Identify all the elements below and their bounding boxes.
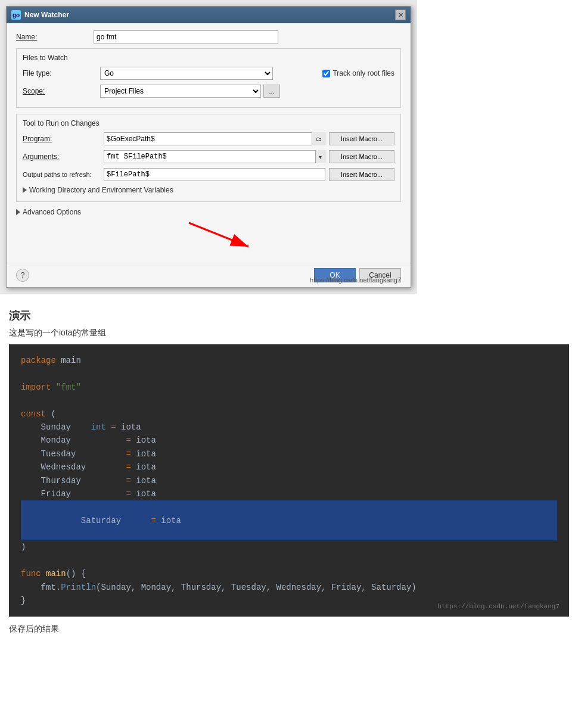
code-line-import: import "fmt" <box>21 381 557 394</box>
red-arrow <box>183 220 272 256</box>
insert-macro-1-button[interactable]: Insert Macro... <box>329 132 394 145</box>
dialog-app-icon: go <box>11 10 21 20</box>
dialog-body: Name: Files to Watch File type: Go <box>7 23 411 263</box>
dialog-footer: ? OK Cancel https://blog.csdn.net/fangka… <box>7 263 411 287</box>
code-line-close-paren: ) <box>21 540 557 553</box>
working-dir-triangle <box>23 187 27 193</box>
advanced-options-collapsible[interactable]: Advanced Options <box>16 208 401 216</box>
file-type-select-area: Go <box>100 67 316 80</box>
output-paths-input[interactable] <box>104 169 325 181</box>
code-line-monday: Monday = iota <box>21 434 557 447</box>
name-label: Name: <box>16 33 94 41</box>
insert-macro-2-button[interactable]: Insert Macro... <box>329 150 394 163</box>
files-to-watch-section: Files to Watch File type: Go Track only … <box>16 48 401 108</box>
code-line-wednesday: Wednesday = iota <box>21 461 557 474</box>
advanced-label: Advanced Options <box>23 208 81 216</box>
description-text: 这是写的一个iota的常量组 <box>9 328 569 338</box>
file-type-label: File type: <box>23 69 100 77</box>
dialog-titlebar: go New Watcher ✕ <box>7 7 411 23</box>
working-dir-collapsible[interactable]: Working Directory and Environment Variab… <box>23 186 394 194</box>
help-button[interactable]: ? <box>16 269 29 282</box>
page-container: go New Watcher ✕ Name: Files to Watch F <box>0 0 578 646</box>
dialog-wrapper: go New Watcher ✕ Name: Files to Watch F <box>0 0 417 294</box>
code-line-sunday: Sunday int = iota <box>21 421 557 434</box>
scope-row: Scope: Project Files ... <box>23 85 394 98</box>
arguments-row: Arguments: ▾ Insert Macro... <box>23 150 394 163</box>
code-line-const: const ( <box>21 407 557 421</box>
file-type-row: File type: Go Track only root files <box>23 67 394 80</box>
insert-macro-3-button[interactable]: Insert Macro... <box>329 168 394 181</box>
files-section-title: Files to Watch <box>23 54 394 62</box>
scope-dots-button[interactable]: ... <box>263 85 280 98</box>
bottom-text: 保存后的结果 <box>9 624 569 640</box>
help-label: ? <box>21 271 25 279</box>
code-watermark: https://blog.csdn.net/fangkang7 <box>437 602 560 612</box>
arguments-icon: ▾ <box>315 150 325 163</box>
dialog-watermark: https://blog.csdn.net/fangkang7 <box>310 276 401 284</box>
code-line-empty3 <box>21 554 557 567</box>
code-line-func: func main() { <box>21 567 557 580</box>
dialog-close-btn[interactable]: ✕ <box>395 10 406 20</box>
code-block: package main import "fmt" const ( Sunday… <box>9 344 569 617</box>
titlebar-left: go New Watcher <box>11 10 69 20</box>
code-line-tuesday: Tuesday = iota <box>21 447 557 461</box>
output-paths-label: Output paths to refresh: <box>23 171 100 178</box>
file-type-select[interactable]: Go <box>100 67 273 80</box>
code-line-empty1 <box>21 367 557 380</box>
track-only-root-checkbox[interactable] <box>322 70 330 77</box>
program-browse-icon[interactable]: 🗂 <box>312 132 325 145</box>
code-line-thursday: Thursday = iota <box>21 474 557 487</box>
advanced-triangle <box>16 209 20 215</box>
dialog: go New Watcher ✕ Name: Files to Watch F <box>6 6 411 288</box>
output-paths-row: Output paths to refresh: Insert Macro... <box>23 168 394 181</box>
program-row: Program: 🗂 Insert Macro... <box>23 132 394 145</box>
scope-select-area: Project Files ... <box>100 85 280 98</box>
program-input[interactable] <box>104 133 312 145</box>
code-line-package: package main <box>21 354 557 367</box>
arrow-area <box>16 226 401 256</box>
code-line-println: fmt.Println(Sunday, Monday, Thursday, Tu… <box>21 581 557 594</box>
program-input-wrapper: 🗂 <box>104 132 325 145</box>
code-line-friday: Friday = iota <box>21 487 557 500</box>
tool-section-title: Tool to Run on Changes <box>23 119 394 127</box>
arguments-input[interactable] <box>104 151 315 163</box>
program-label: Program: <box>23 135 100 143</box>
track-root-checkbox-row: Track only root files <box>322 69 394 77</box>
scope-label: Scope: <box>23 87 100 95</box>
code-line-empty2 <box>21 394 557 407</box>
section-header: 演示 <box>9 309 569 323</box>
scope-select[interactable]: Project Files <box>100 85 261 98</box>
tool-section: Tool to Run on Changes Program: 🗂 Insert… <box>16 114 401 202</box>
name-input[interactable] <box>94 30 278 43</box>
output-paths-input-wrapper <box>104 168 325 181</box>
name-row: Name: <box>16 30 401 43</box>
page-content: 演示 这是写的一个iota的常量组 package main import "f… <box>0 294 578 646</box>
code-line-saturday: Saturday = iota <box>21 500 557 540</box>
arguments-label: Arguments: <box>23 153 100 161</box>
arguments-input-wrapper: ▾ <box>104 150 325 163</box>
working-dir-label: Working Directory and Environment Variab… <box>29 186 173 194</box>
track-only-root-label: Track only root files <box>332 69 394 77</box>
dialog-title: New Watcher <box>24 11 69 19</box>
